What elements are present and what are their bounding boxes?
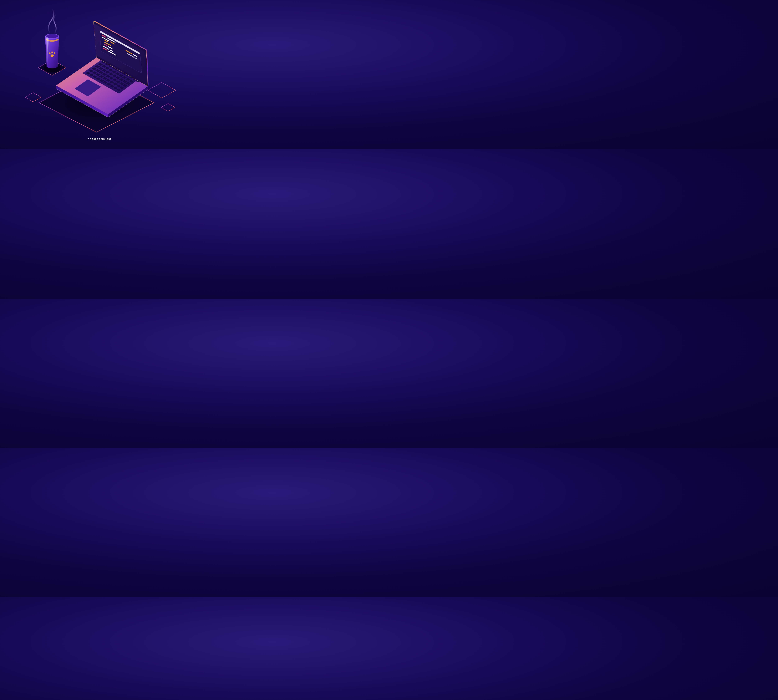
svg-point-1 bbox=[46, 34, 58, 38]
platform-tile-left bbox=[25, 93, 41, 102]
svg-point-3 bbox=[51, 52, 53, 53]
svg-point-4 bbox=[54, 52, 55, 54]
platform-tile-right-large bbox=[148, 82, 176, 98]
svg-point-2 bbox=[49, 52, 50, 54]
steam-icon bbox=[48, 8, 56, 34]
isometric-scene-svg bbox=[0, 0, 199, 149]
svg-point-5 bbox=[50, 55, 54, 57]
platform-tile-right-small bbox=[161, 103, 175, 111]
coffee-cup bbox=[45, 8, 59, 68]
programming-illustration bbox=[0, 0, 199, 149]
caption-label: PROGRAMMING bbox=[88, 138, 112, 140]
